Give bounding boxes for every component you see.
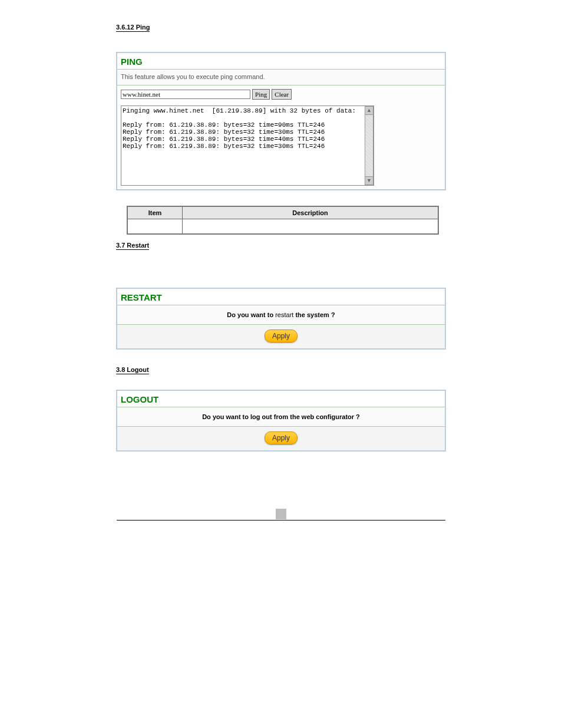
ping-description-table: Item Description bbox=[127, 206, 439, 235]
logout-panel-title: LOGOUT bbox=[117, 391, 445, 407]
table-row bbox=[127, 219, 438, 235]
col-header-description: Description bbox=[183, 206, 439, 219]
restart-panel: RESTART Do you want to restart the syste… bbox=[116, 288, 446, 350]
ping-panel: PING This feature allows you to execute … bbox=[116, 52, 446, 190]
ping-button[interactable]: Ping bbox=[252, 89, 270, 100]
col-header-item: Item bbox=[127, 206, 183, 219]
restart-apply-button[interactable]: Apply bbox=[265, 330, 297, 342]
scrollbar-track[interactable] bbox=[365, 115, 373, 176]
section-restart-label: 3.7 Restart bbox=[116, 242, 149, 250]
ping-panel-subtitle: This feature allows you to execute ping … bbox=[117, 70, 445, 85]
logout-message: Do you want to log out from the web conf… bbox=[117, 407, 445, 427]
ping-output-terminal: Pinging www.hinet.net [61.219.38.89] wit… bbox=[121, 106, 374, 186]
ping-output-text: Pinging www.hinet.net [61.219.38.89] wit… bbox=[123, 107, 356, 150]
section-logout-label: 3.8 Logout bbox=[116, 366, 149, 374]
section-ping-label: 3.6.12 Ping bbox=[116, 24, 150, 32]
logout-apply-button[interactable]: Apply bbox=[265, 431, 297, 444]
restart-panel-title: RESTART bbox=[117, 289, 445, 305]
clear-button[interactable]: Clear bbox=[272, 89, 292, 100]
page-number bbox=[276, 509, 286, 519]
page-footer bbox=[117, 520, 445, 522]
cell-item bbox=[127, 219, 183, 235]
restart-message: Do you want to restart the system ? bbox=[117, 305, 445, 325]
cell-description bbox=[183, 219, 439, 235]
ping-host-input[interactable] bbox=[121, 90, 250, 99]
table-header-row: Item Description bbox=[127, 206, 438, 219]
ping-panel-title: PING bbox=[117, 53, 445, 70]
logout-panel: LOGOUT Do you want to log out from the w… bbox=[116, 390, 446, 452]
scroll-down-icon[interactable]: ▼ bbox=[365, 176, 373, 185]
scroll-up-icon[interactable]: ▲ bbox=[365, 106, 373, 115]
